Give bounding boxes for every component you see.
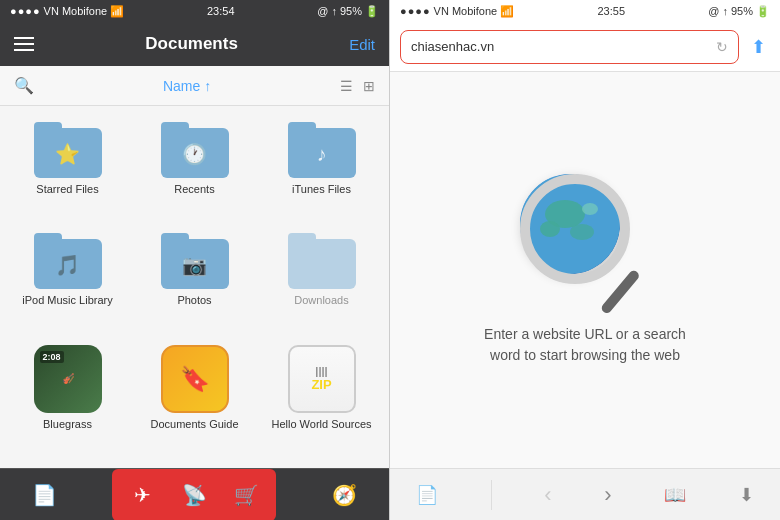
- zip-icon: |||| ZIP: [288, 345, 356, 413]
- browser-download-icon[interactable]: ⬇: [739, 484, 754, 506]
- divider: [491, 480, 492, 510]
- tab-documents[interactable]: 📄: [23, 473, 67, 517]
- clock-icon: 🕐: [182, 142, 207, 166]
- camera-icon: 📷: [182, 253, 207, 277]
- files-grid: ⭐ Starred Files 🕐 Recents ♪: [0, 106, 389, 468]
- time-right: 23:55: [597, 5, 625, 17]
- status-bar-left: ●●●● VN Mobifone 📶 23:54 @ ↑ 95% 🔋: [0, 0, 389, 22]
- guide-icon: 🔖: [180, 365, 210, 393]
- header-title: Documents: [145, 34, 238, 54]
- file-label-recents: Recents: [174, 182, 214, 196]
- file-label-ipod: iPod Music Library: [22, 293, 112, 307]
- file-item-ipod[interactable]: 🎵 iPod Music Library: [6, 227, 129, 334]
- documents-header: Documents Edit: [0, 22, 389, 66]
- documents-tab-icon: 📄: [32, 483, 57, 507]
- app-icon-bluegrass: 2:08 🎻: [34, 345, 102, 413]
- folder-icon-ipod: 🎵: [34, 233, 102, 289]
- browser-content: Enter a website URL or a search word to …: [390, 72, 780, 468]
- file-label-photos: Photos: [177, 293, 211, 307]
- file-label-itunes: iTunes Files: [292, 182, 351, 196]
- globe-magnifier: [520, 174, 650, 304]
- battery-left: 95%: [340, 5, 362, 17]
- tab-group-active: ✈ 📡 🛒: [112, 469, 276, 521]
- file-label-bluegrass: Bluegrass: [43, 417, 92, 431]
- url-input[interactable]: chiasenhac.vn ↻: [400, 30, 739, 64]
- magnifier-ring: [520, 174, 630, 284]
- search-icon[interactable]: 🔍: [14, 76, 34, 95]
- file-item-starred[interactable]: ⭐ Starred Files: [6, 116, 129, 223]
- url-text: chiasenhac.vn: [411, 39, 494, 54]
- status-carrier-left: ●●●● VN Mobifone 📶: [10, 5, 124, 18]
- url-bar: chiasenhac.vn ↻ ⬆: [390, 22, 780, 72]
- status-right-right: @ ↑ 95% 🔋: [708, 5, 770, 18]
- view-toggle: ☰ ⊞: [340, 78, 375, 94]
- folder-icon-itunes: ♪: [288, 122, 356, 178]
- browser-bookmarks-icon[interactable]: 📖: [664, 484, 686, 506]
- folder-icon-recents: 🕐: [161, 122, 229, 178]
- folder-icon-photos: 📷: [161, 233, 229, 289]
- grid-view-icon[interactable]: ⊞: [363, 78, 375, 94]
- reload-icon[interactable]: ↻: [716, 39, 728, 55]
- status-bar-right: ●●●● VN Mobifone 📶 23:55 @ ↑ 95% 🔋: [390, 0, 780, 22]
- compass-tab-icon: 🧭: [332, 483, 357, 507]
- star-icon: ⭐: [55, 142, 80, 166]
- file-item-helloworld[interactable]: |||| ZIP Hello World Sources: [260, 339, 383, 458]
- browser-tab-bar: 📄 ‹ › 📖 ⬇: [390, 468, 780, 520]
- music-icon: ♪: [317, 143, 327, 166]
- time-left: 23:54: [207, 5, 235, 17]
- status-carrier-right: ●●●● VN Mobifone 📶: [400, 5, 514, 18]
- tab-arrow[interactable]: ✈: [120, 473, 164, 517]
- browser-message: Enter a website URL or a search word to …: [470, 324, 700, 366]
- phone-right: ●●●● VN Mobifone 📶 23:55 @ ↑ 95% 🔋 chias…: [390, 0, 780, 520]
- ipod-icon: 🎵: [55, 253, 80, 277]
- magnifier-handle: [600, 269, 641, 315]
- file-item-photos[interactable]: 📷 Photos: [133, 227, 256, 334]
- files-toolbar: 🔍 Name ↑ ☰ ⊞: [0, 66, 389, 106]
- browser-forward-button[interactable]: ›: [604, 482, 611, 508]
- phone-left: ●●●● VN Mobifone 📶 23:54 @ ↑ 95% 🔋 Docum…: [0, 0, 390, 520]
- file-item-bluegrass[interactable]: 2:08 🎻 Bluegrass: [6, 339, 129, 458]
- file-label-helloworld: Hello World Sources: [271, 417, 371, 431]
- share-button[interactable]: ⬆: [747, 32, 770, 62]
- folder-icon-downloads: [288, 233, 356, 289]
- file-label-downloads: Downloads: [294, 293, 348, 307]
- left-tab-bar: 📄 ✈ 📡 🛒 🧭: [0, 468, 389, 520]
- cart-tab-icon: 🛒: [234, 483, 259, 507]
- browser-tab-page[interactable]: 📄: [416, 484, 438, 506]
- browser-back-button[interactable]: ‹: [544, 482, 551, 508]
- arrow-tab-icon: ✈: [134, 483, 151, 507]
- status-right-left: @ ↑ 95% 🔋: [317, 5, 379, 18]
- file-item-itunes[interactable]: ♪ iTunes Files: [260, 116, 383, 223]
- tab-compass[interactable]: 🧭: [322, 473, 366, 517]
- folder-icon-starred: ⭐: [34, 122, 102, 178]
- edit-button[interactable]: Edit: [349, 36, 375, 53]
- sort-button[interactable]: Name ↑: [44, 78, 330, 94]
- battery-right: 95%: [731, 5, 753, 17]
- file-label-guide: Documents Guide: [150, 417, 238, 431]
- tab-wifi[interactable]: 📡: [172, 473, 216, 517]
- bluegrass-time: 2:08: [40, 351, 64, 363]
- list-view-icon[interactable]: ☰: [340, 78, 353, 94]
- file-item-downloads[interactable]: Downloads: [260, 227, 383, 334]
- file-label-starred: Starred Files: [36, 182, 98, 196]
- file-item-guide[interactable]: 🔖 Documents Guide: [133, 339, 256, 458]
- app-icon-guide: 🔖: [161, 345, 229, 413]
- hamburger-menu[interactable]: [14, 37, 34, 51]
- tab-cart[interactable]: 🛒: [224, 473, 268, 517]
- wifi-tab-icon: 📡: [182, 483, 207, 507]
- file-item-recents[interactable]: 🕐 Recents: [133, 116, 256, 223]
